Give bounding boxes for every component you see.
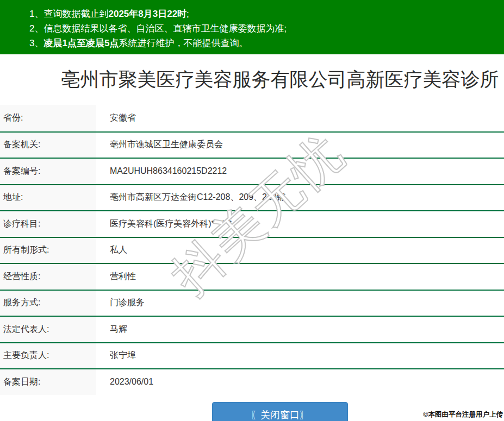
notice-1-bold: 2025年8月3日22时: [108, 9, 186, 19]
table-row-ownership-form: 所有制形式: 私人: [0, 237, 504, 263]
row-label: 诊疗科目:: [0, 211, 96, 237]
row-label: 所有制形式:: [0, 238, 96, 263]
row-value: 医疗美容科(医疗美容外科)******: [96, 211, 504, 237]
row-label: 省份:: [0, 105, 96, 131]
row-value: 营利性: [96, 264, 504, 290]
row-label: 备案日期:: [0, 369, 96, 395]
upload-caption: ©本图由平台注册用户上传: [423, 410, 503, 419]
row-label: 法定代表人:: [0, 317, 96, 342]
table-row-treatment-subjects: 诊疗科目: 医疗美容科(医疗美容外科)******: [0, 210, 504, 237]
table-row-province: 省份: 安徽省: [0, 105, 504, 131]
table-row-business-nature: 经营性质: 营利性: [0, 263, 504, 290]
row-value: 亳州市谯城区卫生健康委员会: [96, 133, 504, 158]
notice-1-tail: ;: [186, 9, 189, 19]
info-table: 省份: 安徽省 备案机关: 亳州市谯城区卫生健康委员会 备案编号: MA2UHU…: [0, 105, 504, 395]
table-row-legal-representative: 法定代表人: 马辉: [0, 316, 504, 342]
row-value: 亳州市高新区万达金街C12-208、209、210铺: [96, 185, 504, 211]
row-value: 安徽省: [96, 105, 504, 131]
notice-3-tail: 系统进行维护，不能提供查询。: [119, 38, 248, 48]
table-row-principal-person: 主要负责人: 张宁埠: [0, 342, 504, 369]
table-row-address: 地址: 亳州市高新区万达金街C12-208、209、210铺: [0, 184, 504, 211]
close-window-button[interactable]: 〖关闭窗口〗: [212, 402, 348, 421]
table-row-registry-date: 备案日期: 2023/06/01: [0, 368, 504, 395]
page-container: 1、查询数据截止到2025年8月3日22时; 2、信息数据结果以各省、自治区、直…: [0, 0, 504, 421]
row-value: 2023/06/01: [96, 369, 504, 395]
page-title: 亳州市聚美医疗美容服务有限公司高新医疗美容诊所: [61, 67, 499, 92]
row-value: 张宁埠: [96, 343, 504, 369]
notice-line-2: 2、信息数据结果以各省、自治区、直辖市卫生健康委数据为准;: [29, 21, 504, 36]
row-label: 备案编号:: [0, 159, 96, 184]
title-area: 亳州市聚美医疗美容服务有限公司高新医疗美容诊所: [0, 54, 504, 105]
row-value: 门诊服务: [96, 291, 504, 316]
row-label: 备案机关:: [0, 133, 96, 158]
notice-3-bold: 凌晨1点至凌晨5点: [43, 38, 119, 48]
row-label: 经营性质:: [0, 264, 96, 290]
notice-bar: 1、查询数据截止到2025年8月3日22时; 2、信息数据结果以各省、自治区、直…: [0, 0, 504, 54]
row-label: 主要负责人:: [0, 343, 96, 369]
row-value: 马辉: [96, 317, 504, 342]
row-label: 地址:: [0, 185, 96, 211]
row-label: 服务方式:: [0, 291, 96, 316]
row-value: 私人: [96, 238, 504, 263]
table-row-registry-number: 备案编号: MA2UHUH8634160215D2212: [0, 158, 504, 184]
notice-line-3: 3、凌晨1点至凌晨5点系统进行维护，不能提供查询。: [29, 36, 504, 51]
table-row-service-mode: 服务方式: 门诊服务: [0, 290, 504, 316]
notice-line-1: 1、查询数据截止到2025年8月3日22时;: [29, 7, 504, 21]
notice-2-text: 2、信息数据结果以各省、自治区、直辖市卫生健康委数据为准;: [29, 23, 287, 34]
notice-1-text: 1、查询数据截止到: [29, 9, 108, 19]
notice-3-text: 3、: [29, 38, 43, 48]
row-value: MA2UHUH8634160215D2212: [96, 159, 504, 184]
table-row-registry-authority: 备案机关: 亳州市谯城区卫生健康委员会: [0, 131, 504, 158]
